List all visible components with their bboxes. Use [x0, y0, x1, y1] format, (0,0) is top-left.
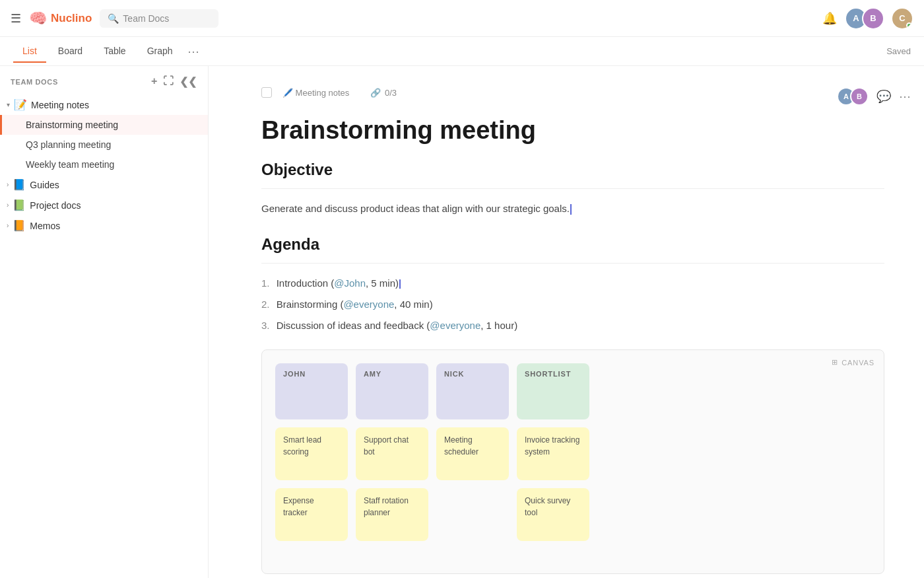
online-dot	[906, 22, 912, 28]
agenda-num-2: 2.	[261, 299, 270, 310]
logo-icon: 🧠	[29, 10, 47, 27]
avatar-current-user[interactable]: C	[891, 7, 913, 30]
tab-bar: List Board Table Graph ⋯ Saved	[0, 37, 924, 66]
meeting-notes-icon: 📝	[14, 98, 27, 111]
workspace-label: TEAM DOCS	[11, 78, 58, 86]
sidebar: TEAM DOCS + ⛶ ❮❮ ▾ 📝 Meeting notes □ Bra…	[0, 66, 209, 578]
tab-board[interactable]: Board	[49, 40, 92, 63]
doc-more-icon[interactable]: ⋯	[899, 89, 911, 104]
sidebar-group-guides: › 📘 Guides □	[0, 174, 208, 195]
mention-everyone-2: @everyone	[430, 320, 480, 331]
card-quick-survey[interactable]: Quick survey tool	[517, 488, 589, 541]
check-count: 🔗 0/3	[370, 88, 397, 98]
sidebar-header: TEAM DOCS + ⛶ ❮❮	[0, 66, 208, 94]
sidebar-item-weekly[interactable]: Weekly team meeting □	[0, 155, 208, 174]
memos-group-label[interactable]: › 📙 Memos □	[0, 215, 208, 236]
content-right-actions: A B 💬 ⋯	[837, 87, 911, 106]
sidebar-group-memos: › 📙 Memos □	[0, 215, 208, 236]
guides-group-label[interactable]: › 📘 Guides □	[0, 174, 208, 195]
chevron-down-icon: ▾	[7, 101, 10, 108]
canvas-label-text: CANVAS	[842, 359, 874, 367]
card-smart-lead-scoring[interactable]: Smart lead scoring	[275, 427, 348, 480]
tab-table[interactable]: Table	[94, 40, 135, 63]
guides-label: Guides	[30, 180, 59, 190]
q3-label: Q3 planning meeting	[26, 139, 193, 150]
logo-text: Nuclino	[51, 12, 92, 25]
brainstorming-label: Brainstorming meeting	[26, 120, 193, 130]
col-john-label: JOHN	[283, 370, 306, 378]
search-bar[interactable]: 🔍 Team Docs	[100, 9, 218, 28]
card-empty	[436, 488, 509, 541]
logo[interactable]: 🧠 Nuclino	[29, 10, 92, 27]
card-meeting-scheduler[interactable]: Meeting scheduler	[436, 427, 509, 480]
meeting-notes-label: Meeting notes	[31, 100, 89, 110]
canvas-area: ⊞ CANVAS JOHN AMY NICK SHORTLIST	[261, 349, 884, 574]
chevron-right-icon: ›	[7, 181, 9, 188]
comment-icon[interactable]: 💬	[876, 89, 891, 104]
col-amy-label: AMY	[364, 370, 381, 378]
sidebar-item-q3[interactable]: Q3 planning meeting □	[0, 135, 208, 155]
agenda-heading: Agenda	[261, 235, 884, 254]
card-expense-tracker[interactable]: Expense tracker	[275, 488, 348, 541]
collapse-icon[interactable]: ❮❮	[180, 75, 197, 88]
hamburger-icon[interactable]: ☰	[11, 11, 21, 26]
avatar-user2: B	[862, 7, 884, 30]
meeting-notes-group-label[interactable]: ▾ 📝 Meeting notes □	[0, 94, 208, 115]
agenda-list: 1. Introduction (@John, 5 min) 2. Brains…	[261, 275, 884, 334]
cursor-1	[399, 279, 401, 289]
card-text: Smart lead scoring	[283, 434, 340, 458]
sidebar-group-project-docs: › 📗 Project docs □	[0, 195, 208, 215]
content-area: A B 💬 ⋯ 🖊️ Meeting notes 🔗 0/3 Brainstor…	[209, 66, 924, 578]
doc-collaborators: A B	[837, 87, 869, 106]
agenda-num-1: 1.	[261, 277, 270, 289]
card-text: Support chat bot	[364, 434, 420, 458]
add-icon[interactable]: +	[151, 75, 158, 88]
memos-icon: 📙	[13, 219, 26, 232]
avatar-group: A B C	[845, 7, 913, 30]
kanban-col-shortlist: SHORTLIST	[517, 363, 589, 419]
saved-label: Saved	[886, 46, 911, 56]
doc-top: 🖊️ Meeting notes 🔗 0/3	[261, 87, 884, 98]
top-nav: ☰ 🧠 Nuclino 🔍 Team Docs 🔔 A B C	[0, 0, 924, 37]
card-text: Expense tracker	[283, 495, 340, 519]
memos-label: Memos	[30, 221, 60, 231]
objective-text-content: Generate and discuss product ideas that …	[261, 203, 570, 214]
divider-agenda	[261, 263, 884, 264]
card-text: Quick survey tool	[525, 495, 581, 519]
tab-graph[interactable]: Graph	[138, 40, 182, 63]
agenda-num-3: 3.	[261, 320, 270, 331]
doc-checkbox[interactable]	[261, 87, 272, 98]
bell-icon[interactable]: 🔔	[822, 11, 837, 26]
doc-avatar2: B	[850, 87, 869, 106]
weekly-label: Weekly team meeting	[26, 159, 193, 170]
agenda-item-2: 2. Brainstorming (@everyone, 40 min)	[261, 297, 884, 312]
card-invoice-tracking[interactable]: Invoice tracking system	[517, 427, 589, 480]
breadcrumb[interactable]: 🖊️ Meeting notes	[282, 88, 349, 98]
card-staff-rotation[interactable]: Staff rotation planner	[356, 488, 428, 541]
agenda-item-1: 1. Introduction (@John, 5 min)	[261, 275, 884, 291]
cursor	[570, 204, 572, 215]
expand-icon[interactable]: ⛶	[163, 75, 174, 88]
sidebar-group-meeting-notes: ▾ 📝 Meeting notes □ Brainstorming meetin…	[0, 94, 208, 174]
kanban-col-amy: AMY	[356, 363, 428, 419]
main-layout: TEAM DOCS + ⛶ ❮❮ ▾ 📝 Meeting notes □ Bra…	[0, 66, 924, 578]
mention-john: @John	[334, 277, 366, 289]
check-count-text: 0/3	[385, 88, 397, 98]
chevron-right-icon2: ›	[7, 201, 9, 209]
kanban-grid: JOHN AMY NICK SHORTLIST Smart lead scori…	[275, 363, 871, 541]
canvas-label: ⊞ CANVAS	[832, 358, 874, 367]
agenda-item-3: 3. Discussion of ideas and feedback (@ev…	[261, 318, 884, 334]
tab-more-icon[interactable]: ⋯	[187, 44, 199, 59]
kanban-col-nick: NICK	[436, 363, 509, 419]
project-docs-icon: 📗	[13, 199, 26, 211]
search-icon: 🔍	[108, 13, 119, 24]
tab-list[interactable]: List	[13, 40, 46, 63]
col-nick-label: NICK	[444, 370, 464, 378]
mention-everyone-1: @everyone	[343, 299, 394, 310]
project-docs-group-label[interactable]: › 📗 Project docs □	[0, 195, 208, 215]
card-support-chat-bot[interactable]: Support chat bot	[356, 427, 428, 480]
canvas-icon: ⊞	[832, 358, 838, 367]
breadcrumb-text: 🖊️ Meeting notes	[282, 88, 349, 98]
sidebar-item-brainstorming[interactable]: Brainstorming meeting □	[0, 115, 208, 135]
objective-text: Generate and discuss product ideas that …	[261, 201, 884, 217]
